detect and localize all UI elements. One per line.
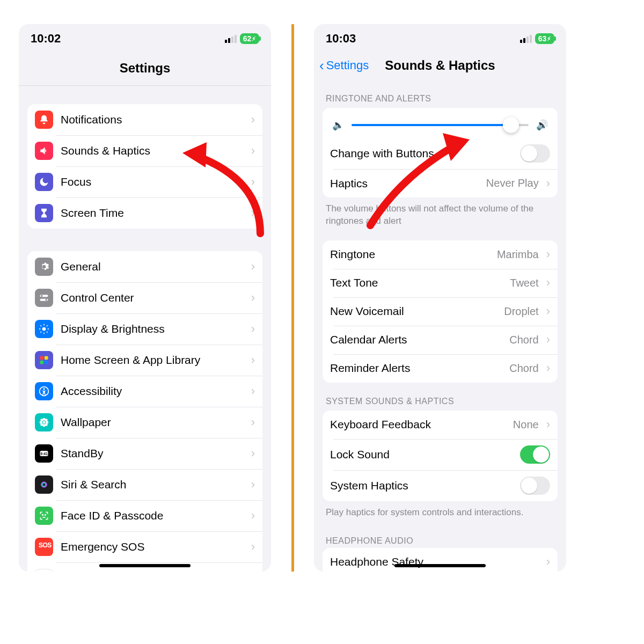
svg-rect-14 — [45, 356, 48, 360]
status-bar: 10:03 63⚡︎ — [314, 24, 566, 49]
settings-row-label: Siri & Search — [61, 478, 240, 491]
settings-row-label: Wallpaper — [61, 416, 240, 429]
toggle-lock-sound[interactable] — [520, 445, 550, 464]
svg-text:9:41: 9:41 — [40, 452, 48, 456]
svg-line-11 — [40, 332, 41, 333]
chevron-right-icon: › — [251, 478, 255, 492]
home-indicator — [99, 564, 191, 567]
settings-row-home-screen-app-library[interactable]: Home Screen & App Library › — [27, 345, 262, 376]
settings-row-sounds-haptics[interactable]: Sounds & Haptics › — [27, 135, 262, 166]
settings-group-general: General › Control Center › Display & Bri… — [27, 251, 262, 572]
sun-icon — [35, 320, 53, 338]
chevron-right-icon: › — [251, 447, 255, 460]
svg-point-3 — [46, 299, 47, 301]
svg-point-4 — [42, 327, 46, 331]
toggle-system-haptics[interactable] — [520, 477, 550, 495]
settings-row-standby[interactable]: 9:41 StandBy › — [27, 438, 262, 469]
toggle-change-with-buttons[interactable] — [520, 144, 550, 163]
row-system-haptics[interactable]: System Haptics — [323, 470, 558, 501]
settings-group-alerts: Notifications › Sounds & Haptics › Focus… — [27, 104, 262, 229]
speaker-mute-icon: 🔈 — [332, 119, 344, 131]
row-lock-sound[interactable]: Lock Sound — [323, 439, 558, 470]
svg-point-24 — [40, 419, 43, 421]
row-label: Text Tone — [330, 276, 502, 289]
section-header-ringtone: RINGTONE AND ALERTS — [314, 80, 566, 108]
chevron-right-icon: › — [251, 384, 255, 398]
row-label: Keyboard Feedback — [330, 418, 506, 431]
row-value: Marimba — [497, 248, 539, 261]
chevron-right-icon: › — [251, 260, 255, 274]
nav-header: ‹ Settings Sounds & Haptics — [314, 49, 566, 80]
svg-line-9 — [40, 325, 41, 326]
svg-point-18 — [43, 388, 45, 390]
row-new-voicemail[interactable]: New Voicemail Droplet› — [323, 297, 558, 326]
moon-icon — [35, 173, 53, 191]
chevron-right-icon: › — [251, 113, 255, 127]
chevron-right-icon: › — [251, 175, 255, 189]
flower-icon — [35, 413, 53, 431]
bell-icon — [35, 111, 53, 129]
svg-rect-16 — [45, 361, 48, 364]
section-header-headphone: HEADPHONE AUDIO — [314, 522, 566, 548]
settings-row-focus[interactable]: Focus › — [27, 166, 262, 197]
gear-icon — [35, 258, 53, 276]
svg-point-34 — [45, 515, 46, 516]
clock: 10:03 — [326, 32, 356, 46]
settings-row-label: Display & Brightness — [61, 323, 240, 335]
chevron-right-icon: › — [251, 322, 255, 336]
row-value: Droplet — [504, 305, 538, 318]
settings-row-wallpaper[interactable]: Wallpaper › — [27, 407, 262, 438]
faceid-icon — [35, 507, 53, 525]
chevron-right-icon: › — [251, 540, 255, 554]
ringtone-alerts-card: 🔈 🔊 Change with Buttons Haptics Never Pl… — [323, 108, 558, 197]
apps-grid-icon — [35, 351, 53, 369]
settings-row-notifications[interactable]: Notifications › — [27, 104, 262, 135]
row-ringtone[interactable]: Ringtone Marimba› — [323, 240, 558, 269]
settings-row-siri-search[interactable]: Siri & Search › — [27, 469, 262, 500]
row-text-tone[interactable]: Text Tone Tweet› — [323, 269, 558, 297]
status-bar: 10:02 62⚡︎ — [19, 24, 271, 49]
chevron-right-icon: › — [546, 177, 550, 191]
settings-row-control-center[interactable]: Control Center › — [27, 282, 262, 313]
chevron-right-icon: › — [546, 304, 550, 318]
row-calendar-alerts[interactable]: Calendar Alerts Chord› — [323, 326, 558, 354]
svg-point-27 — [45, 423, 48, 426]
row-headphone-safety[interactable]: Headphone Safety › — [323, 548, 558, 572]
ringer-volume-slider[interactable] — [352, 119, 529, 131]
svg-rect-13 — [40, 356, 44, 360]
settings-row-accessibility[interactable]: Accessibility › — [27, 376, 262, 407]
battery-indicator: 63⚡︎ — [535, 33, 554, 44]
chevron-right-icon: › — [546, 418, 550, 431]
row-value: Chord — [509, 362, 538, 375]
chevron-right-icon: › — [546, 276, 550, 290]
settings-row-general[interactable]: General › — [27, 251, 262, 282]
row-change-with-buttons[interactable]: Change with Buttons — [323, 138, 558, 169]
back-button[interactable]: ‹ Settings — [319, 58, 369, 72]
cellular-signal-icon — [225, 35, 237, 43]
row-value: Chord — [509, 334, 538, 346]
footer-system: Play haptics for system controls and int… — [314, 501, 566, 522]
settings-row-display-brightness[interactable]: Display & Brightness › — [27, 313, 262, 345]
chevron-right-icon: › — [251, 144, 255, 158]
row-haptics[interactable]: Haptics Never Play› — [323, 169, 558, 197]
row-label: System Haptics — [330, 479, 513, 492]
settings-row-label: Emergency SOS — [61, 540, 240, 553]
sounds-haptics-screen: 10:03 63⚡︎ ‹ Settings Sounds & Haptics R… — [314, 24, 566, 572]
settings-row-screen-time[interactable]: Screen Time › — [27, 197, 262, 229]
row-reminder-alerts[interactable]: Reminder Alerts Chord› — [323, 354, 558, 383]
settings-row-label: Accessibility — [61, 385, 240, 398]
chevron-right-icon: › — [546, 555, 550, 569]
settings-row-label: Face ID & Passcode — [61, 509, 240, 522]
svg-line-10 — [47, 332, 48, 333]
svg-point-2 — [41, 295, 42, 297]
settings-row-face-id-passcode[interactable]: Face ID & Passcode › — [27, 500, 262, 531]
clock-icon: 9:41 — [35, 444, 53, 463]
sound-assignment-card: Ringtone Marimba› Text Tone Tweet› New V… — [323, 240, 558, 383]
settings-row-label: Notifications — [61, 113, 240, 126]
footer-ringtone: The volume buttons will not affect the v… — [314, 197, 566, 231]
speaker-icon — [35, 142, 53, 160]
row-keyboard-feedback[interactable]: Keyboard Feedback None› — [323, 411, 558, 439]
settings-row-emergency-sos[interactable]: SOS Emergency SOS › — [27, 531, 262, 562]
cellular-signal-icon — [520, 35, 532, 43]
row-label: Ringtone — [330, 248, 489, 261]
